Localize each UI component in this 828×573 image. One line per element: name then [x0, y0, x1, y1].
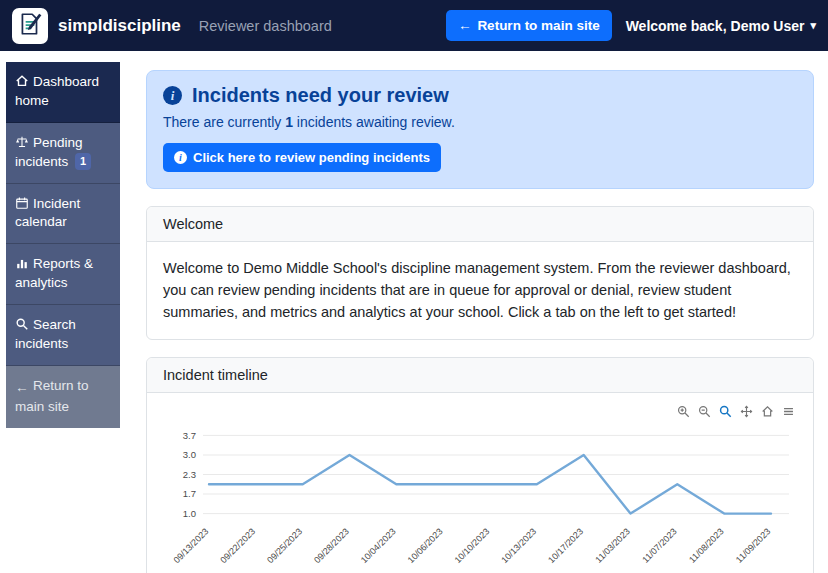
zoom-in-icon[interactable] [677, 405, 690, 418]
page-layout: Dashboard home Pending incidents 1 Incid… [0, 51, 828, 573]
timeline-card-body: 3.73.02.31.71.009/13/202309/22/202309/25… [147, 393, 813, 573]
incident-timeline-chart[interactable]: 3.73.02.31.71.009/13/202309/22/202309/25… [163, 420, 797, 573]
chevron-down-icon: ▾ [810, 19, 816, 32]
review-alert: i Incidents need your review There are c… [146, 70, 814, 189]
alert-title-row: i Incidents need your review [163, 84, 797, 107]
welcome-card: Welcome Welcome to Demo Middle School's … [146, 206, 814, 340]
svg-text:09/22/2023: 09/22/2023 [218, 527, 257, 566]
brand-name: simpldiscipline [58, 16, 181, 36]
sidebar-item-incident-calendar[interactable]: Incident calendar [6, 184, 120, 245]
arrow-left-icon: ← [458, 18, 472, 33]
calendar-icon [15, 196, 30, 210]
return-button-label: Return to main site [477, 18, 599, 33]
svg-text:11/08/2023: 11/08/2023 [687, 527, 725, 565]
info-icon: i [163, 86, 182, 105]
svg-text:11/03/2023: 11/03/2023 [593, 527, 631, 565]
zoom-out-icon[interactable] [698, 405, 711, 418]
svg-text:09/28/2023: 09/28/2023 [312, 527, 351, 566]
sidebar-item-reports-analytics[interactable]: Reports & analytics [6, 244, 120, 305]
user-name: Demo User [731, 18, 805, 34]
chart-modebar [163, 401, 797, 420]
svg-text:1.7: 1.7 [183, 489, 196, 500]
svg-text:10/17/2023: 10/17/2023 [546, 527, 585, 566]
welcome-card-header: Welcome [147, 207, 813, 242]
main-content: i Incidents need your review There are c… [120, 51, 828, 573]
svg-text:3.0: 3.0 [183, 450, 196, 461]
home-icon [15, 74, 30, 88]
alert-body-prefix: There are currently [163, 114, 285, 130]
sidebar-item-dashboard-home[interactable]: Dashboard home [6, 62, 120, 123]
svg-text:10/04/2023: 10/04/2023 [359, 527, 398, 566]
document-pencil-icon [17, 11, 43, 41]
svg-text:1.0: 1.0 [183, 508, 196, 519]
menu-icon[interactable] [782, 405, 795, 418]
scale-icon [15, 135, 30, 149]
reset-home-icon[interactable] [761, 405, 774, 418]
svg-text:3.7: 3.7 [183, 430, 196, 441]
return-to-main-site-button[interactable]: ← Return to main site [446, 10, 612, 41]
svg-text:2.3: 2.3 [183, 469, 196, 480]
svg-text:10/06/2023: 10/06/2023 [406, 527, 445, 566]
alert-count: 1 [285, 114, 293, 130]
bar-chart-icon [15, 256, 30, 270]
pan-icon[interactable] [740, 405, 753, 418]
sidebar: Dashboard home Pending incidents 1 Incid… [6, 62, 120, 428]
pending-count-badge: 1 [75, 153, 91, 170]
top-navbar: simpldiscipline Reviewer dashboard ← Ret… [0, 0, 828, 51]
arrow-left-icon: ← [15, 379, 30, 398]
user-menu[interactable]: Welcome back, Demo User ▾ [626, 18, 816, 34]
sidebar-item-return-to-main-site[interactable]: ←Return to main site [6, 366, 120, 428]
review-pending-incidents-button[interactable]: i Click here to review pending incidents [163, 143, 441, 172]
svg-text:09/25/2023: 09/25/2023 [265, 527, 304, 566]
svg-text:10/13/2023: 10/13/2023 [499, 527, 538, 566]
alert-body: There are currently 1 incidents awaiting… [163, 114, 797, 130]
sidebar-item-pending-incidents[interactable]: Pending incidents 1 [6, 123, 120, 184]
zoom-icon[interactable] [719, 405, 732, 418]
welcome-text: Welcome back, [626, 18, 727, 34]
info-icon: i [174, 151, 187, 164]
navbar-subtitle: Reviewer dashboard [199, 18, 332, 34]
sidebar-item-search-incidents[interactable]: Search incidents [6, 305, 120, 366]
app-logo [12, 8, 48, 44]
svg-text:10/10/2023: 10/10/2023 [452, 527, 491, 566]
svg-text:09/13/2023: 09/13/2023 [171, 527, 210, 566]
svg-text:11/09/2023: 11/09/2023 [734, 527, 772, 565]
review-button-label: Click here to review pending incidents [193, 150, 430, 165]
search-icon [15, 317, 30, 331]
svg-text:11/07/2023: 11/07/2023 [640, 527, 678, 565]
alert-body-suffix: incidents awaiting review. [293, 114, 455, 130]
navbar-right: ← Return to main site Welcome back, Demo… [446, 10, 816, 41]
alert-title: Incidents need your review [192, 84, 449, 107]
incident-timeline-card: Incident timeline [146, 357, 814, 573]
timeline-card-header: Incident timeline [147, 358, 813, 393]
welcome-card-body: Welcome to Demo Middle School's discipli… [147, 242, 813, 339]
